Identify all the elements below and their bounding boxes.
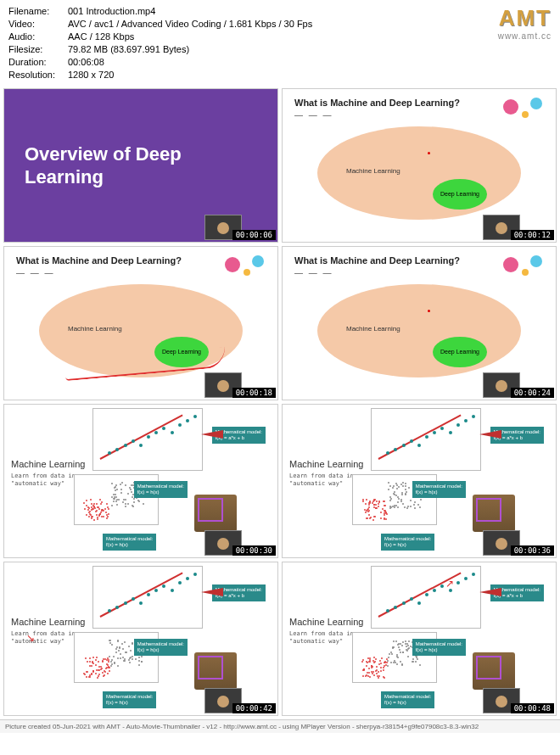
dl-ellipse: Deep Learning bbox=[433, 337, 487, 367]
ml-label: Machine Learning bbox=[346, 167, 400, 175]
cursor-annotation: ↘ bbox=[26, 632, 35, 644]
audio-value: AAC / 128 Kbps bbox=[68, 31, 552, 43]
timestamp: 00:00:18 bbox=[232, 388, 276, 398]
model-label-2: Mathematical model:f(x) = h(x) bbox=[412, 639, 466, 656]
ml-subtext: Learn from data in a"automatic way" bbox=[11, 630, 82, 646]
thumbnail-1[interactable]: Overview of Deep Learning 00:00:06 bbox=[3, 88, 278, 243]
model-label-2: Mathematical model:f(x) = h(x) bbox=[412, 481, 466, 498]
thumbnail-2[interactable]: What is Machine and Deep Learning? — — —… bbox=[282, 88, 557, 243]
cursor-annotation: ↗ bbox=[445, 578, 454, 590]
timestamp: 00:00:06 bbox=[232, 230, 276, 240]
logo-url: www.amt.cc bbox=[498, 31, 552, 41]
timestamp: 00:00:30 bbox=[232, 545, 276, 556]
thumbnail-7[interactable]: Machine Learning Learn from data in a"au… bbox=[3, 562, 278, 716]
dog-image bbox=[473, 495, 515, 532]
people-icon bbox=[498, 94, 549, 121]
dog-image bbox=[194, 652, 237, 690]
ml-heading: Machine Learning bbox=[11, 459, 85, 469]
timestamp: 00:00:24 bbox=[511, 388, 554, 398]
amt-logo: AMT www.amt.cc bbox=[498, 5, 552, 41]
timestamp: 00:00:12 bbox=[511, 230, 554, 240]
video-label: Video: bbox=[8, 18, 68, 31]
duration-label: Duration: bbox=[8, 56, 68, 69]
thumbnail-8[interactable]: Machine Learning Learn from data in a"au… bbox=[282, 562, 557, 716]
filesize-label: Filesize: bbox=[8, 43, 68, 56]
logo-text: AMT bbox=[498, 5, 552, 31]
ml-label: Machine Learning bbox=[68, 325, 122, 333]
people-icon bbox=[220, 252, 271, 279]
filename-label: Filename: bbox=[8, 5, 68, 18]
ml-heading: Machine Learning bbox=[289, 459, 363, 469]
filesize-value: 79.82 MB (83.697.991 Bytes) bbox=[68, 43, 552, 56]
filename-value: 001 Introduction.mp4 bbox=[68, 5, 552, 18]
scatter-chart bbox=[371, 566, 481, 629]
arrow-icon bbox=[201, 588, 223, 596]
arrow-icon bbox=[201, 430, 223, 439]
footer-text: Picture created 05-Jun-2021 with AMT - A… bbox=[0, 719, 560, 733]
resolution-label: Resolution: bbox=[8, 69, 68, 81]
ml-ellipse: Machine Learning Deep Learning bbox=[317, 284, 521, 378]
model-label-2: Mathematical model:f(x) = h(x) bbox=[134, 481, 188, 498]
ml-subtext: Learn from data in a"automatic way" bbox=[289, 473, 361, 488]
ml-subtext: Learn from data in a"automatic way" bbox=[289, 630, 361, 646]
arrow-icon bbox=[479, 430, 501, 439]
scatter-chart bbox=[92, 566, 203, 629]
ml-heading: Machine Learning bbox=[289, 617, 363, 627]
scatter-chart bbox=[371, 408, 481, 471]
ml-ellipse: Machine Learning Deep Learning bbox=[39, 284, 243, 378]
audio-label: Audio: bbox=[8, 31, 68, 43]
thumbnail-6[interactable]: Machine Learning Learn from data in a"au… bbox=[282, 404, 557, 558]
dl-ellipse: Deep Learning bbox=[433, 179, 487, 210]
scatter-chart bbox=[92, 408, 203, 471]
ml-label: Machine Learning bbox=[346, 325, 400, 333]
arrow-icon bbox=[479, 588, 501, 596]
ml-ellipse: Machine Learning Deep Learning bbox=[317, 126, 521, 220]
dog-image bbox=[194, 495, 237, 532]
model-label-2: Mathematical model:f(x) = h(x) bbox=[134, 639, 188, 656]
model-label-3: Mathematical model:f(x) = h(x) bbox=[103, 691, 156, 708]
timestamp: 00:00:42 bbox=[232, 703, 276, 713]
model-label-3: Mathematical model:f(x) = h(x) bbox=[381, 534, 434, 551]
thumbnail-4[interactable]: What is Machine and Deep Learning? — — —… bbox=[282, 246, 557, 400]
model-label-3: Mathematical model:f(x) = h(x) bbox=[381, 691, 434, 708]
annotation-arc bbox=[64, 347, 226, 381]
slide-title: Overview of Deep Learning bbox=[25, 143, 257, 189]
people-icon bbox=[498, 252, 549, 279]
thumbnail-5[interactable]: Machine Learning Learn from data in a"au… bbox=[3, 404, 278, 558]
ml-subtext: Learn from data in a"automatic way" bbox=[11, 473, 82, 488]
timestamp: 00:00:48 bbox=[511, 703, 554, 713]
resolution-value: 1280 x 720 bbox=[68, 69, 552, 81]
timestamp: 00:00:36 bbox=[511, 545, 554, 556]
video-value: AVC / avc1 / Advanced Video Coding / 1.6… bbox=[68, 18, 552, 31]
ml-heading: Machine Learning bbox=[11, 617, 85, 627]
dog-image bbox=[473, 652, 515, 690]
thumbnail-3[interactable]: What is Machine and Deep Learning? — — —… bbox=[3, 246, 278, 400]
duration-value: 00:06:08 bbox=[68, 56, 552, 69]
thumbnail-grid: Overview of Deep Learning 00:00:06 What … bbox=[0, 85, 560, 719]
model-label-3: Mathematical model:f(x) = h(x) bbox=[103, 534, 156, 551]
metadata-header: Filename:001 Introduction.mp4 Video:AVC … bbox=[0, 0, 560, 85]
